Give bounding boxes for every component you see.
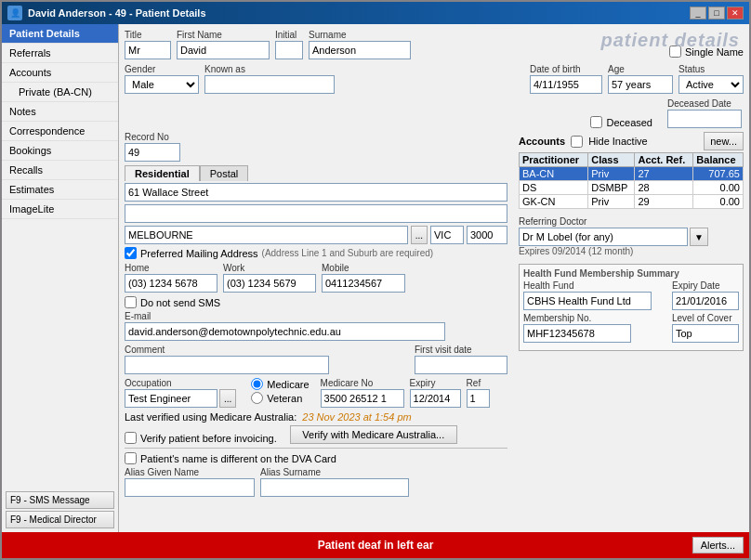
sidebar-item-accounts[interactable]: Accounts [2,63,118,83]
comment-input[interactable] [125,356,329,374]
firstname-input[interactable] [177,41,270,59]
sidebar-item-estimates[interactable]: Estimates [2,180,118,200]
sidebar-item-imagelite[interactable]: ImageLite [2,200,118,219]
email-label: E-mail [125,311,507,321]
referring-doctor-input[interactable] [519,228,688,246]
sidebar-item-notes[interactable]: Notes [2,102,118,122]
medicare-radio[interactable] [251,378,263,390]
deceased-checkbox[interactable] [590,116,602,128]
sidebar-item-recalls[interactable]: Recalls [2,161,118,180]
address-tabs: Residential Postal [125,165,507,181]
sms-message-button[interactable]: F9 - SMS Message [6,491,114,509]
dva-name-checkbox[interactable] [125,452,137,464]
sidebar-item-bookings[interactable]: Bookings [2,141,118,161]
alerts-button[interactable]: Alerts... [692,537,744,553]
known-as-input[interactable] [204,75,335,94]
last-verified-date: 23 Nov 2023 at 1:54 pm [302,411,411,423]
occupation-browse-button[interactable]: ... [219,389,236,408]
membership-no-input[interactable] [523,324,631,343]
comment-label: Comment [125,345,409,355]
alert-bar: Patient deaf in left ear Alerts... [2,532,749,558]
referring-doctor-label: Referring Doctor [519,216,744,227]
accounts-label: Accounts [519,136,565,147]
deceased-date-label: Deceased Date [667,98,742,109]
veteran-label: Veteran [267,393,302,404]
initial-input[interactable] [275,41,303,59]
ref-label: Ref [467,378,490,388]
health-fund-expiry-input[interactable] [672,292,739,310]
first-visit-input[interactable] [415,356,507,374]
billing-type-group: Medicare Veteran [251,378,309,404]
col-acct-ref: Acct. Ref. [635,153,693,167]
alias-surname-label: Alias Surname [260,467,409,477]
address-line2[interactable] [125,204,507,223]
address-line1[interactable] [125,183,507,202]
col-balance: Balance [693,153,744,167]
mobile-input[interactable] [322,274,405,293]
ref-input[interactable] [467,389,490,408]
alias-given-name-input[interactable] [125,478,255,497]
firstname-label: First Name [177,30,270,40]
level-of-cover-label: Level of Cover [672,313,739,323]
new-account-button[interactable]: new... [704,132,744,150]
medical-director-button[interactable]: F9 - Medical Director [6,511,114,528]
single-name-label: Single Name [685,46,744,58]
dva-name-label: Patient's name is different on the DVA C… [140,453,336,464]
occupation-input[interactable] [125,389,217,408]
surname-input[interactable] [309,41,411,59]
status-select[interactable]: ActiveInactiveDeceased [679,75,744,94]
suburb-browse-button[interactable]: ... [411,226,428,244]
residential-tab[interactable]: Residential [125,165,200,181]
referring-browse-button[interactable]: ▼ [690,228,708,246]
deceased-date-input[interactable] [667,110,742,128]
level-of-cover-input[interactable] [672,324,739,343]
alias-surname-input[interactable] [260,478,409,497]
postal-tab[interactable]: Postal [200,165,249,181]
expiry-input[interactable] [410,389,461,408]
home-input[interactable] [125,274,217,293]
work-label: Work [223,263,316,273]
postcode-input[interactable] [467,226,507,244]
email-input[interactable] [125,322,445,341]
referring-expires: Expires 09/2014 (12 month) [519,246,744,256]
state-input[interactable] [430,226,464,244]
hide-inactive-checkbox[interactable] [571,136,583,148]
work-input[interactable] [223,274,316,293]
verify-medicare-button[interactable]: Verify with Medicare Australia... [290,425,457,444]
accounts-section: Accounts Hide Inactive new... Practition… [519,132,744,209]
occupation-label: Occupation [125,378,236,388]
surname-label: Surname [309,30,411,40]
suburb-input[interactable] [125,226,408,244]
minimize-button[interactable]: _ [690,7,706,20]
last-verified-text: Last verified using Medicare Australia: [125,411,296,423]
maximize-button[interactable]: □ [708,7,725,20]
single-name-checkbox[interactable] [669,46,681,58]
no-sms-checkbox[interactable] [125,296,137,308]
dob-input[interactable] [530,75,602,94]
record-no-input [125,143,180,162]
initial-label: Initial [275,30,303,40]
title-input[interactable] [125,41,171,59]
expiry-label: Expiry [410,378,461,388]
table-row[interactable]: DS DSMBP 28 0.00 [520,181,744,195]
veteran-radio[interactable] [251,392,263,404]
sidebar-item-patient-details[interactable]: Patient Details [2,24,118,44]
sidebar-item-referrals[interactable]: Referrals [2,44,118,63]
alert-text: Patient deaf in left ear [318,539,434,552]
gender-select[interactable]: MaleFemaleOther [125,75,199,94]
hide-inactive-label: Hide Inactive [588,136,648,147]
col-class: Class [588,153,635,167]
preferred-mailing-checkbox[interactable] [125,247,137,259]
medicare-no-input[interactable] [321,389,404,408]
health-fund-label: Health Fund [523,280,668,291]
sidebar-item-private[interactable]: Private (BA-CN) [2,83,118,102]
health-fund-input[interactable] [523,292,652,310]
verify-invoice-checkbox[interactable] [125,432,137,444]
close-button[interactable]: ✕ [727,7,744,20]
sidebar-nav: Patient Details Referrals Accounts Priva… [2,24,118,488]
right-panel: Accounts Hide Inactive new... Practition… [513,132,744,497]
table-row[interactable]: BA-CN Priv 27 707.65 [520,167,744,181]
sidebar-item-correspondence[interactable]: Correspondence [2,122,118,141]
table-row[interactable]: GK-CN Priv 29 0.00 [520,195,744,209]
preferred-mailing-note: (Address Line 1 and Suburb are required) [262,248,434,258]
